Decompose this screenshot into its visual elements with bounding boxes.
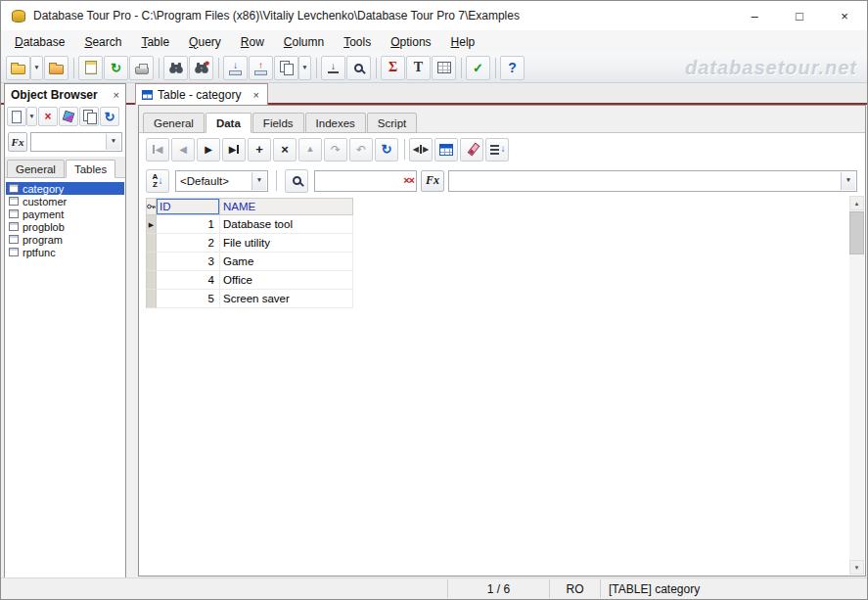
export-button[interactable]: ↑: [249, 56, 273, 80]
cell-name[interactable]: Office: [220, 271, 353, 290]
menu-options[interactable]: Options: [381, 32, 440, 52]
open-database-button[interactable]: [6, 56, 30, 80]
cell-name[interactable]: Game: [220, 253, 353, 271]
combo-dropdown-button[interactable]: ▼: [841, 172, 855, 190]
blob-editor-button[interactable]: [460, 138, 483, 162]
vertical-scrollbar[interactable]: ▲ ▼: [849, 196, 864, 575]
tab-general[interactable]: General: [143, 113, 205, 133]
minimize-button[interactable]: –: [732, 1, 777, 30]
menu-database[interactable]: Database: [5, 32, 74, 52]
fit-columns-button[interactable]: ◀▶: [409, 138, 433, 162]
menu-tools[interactable]: Tools: [334, 32, 381, 52]
copy-button[interactable]: [274, 56, 298, 80]
new-object-button[interactable]: [7, 107, 26, 126]
tab-data[interactable]: Data: [206, 113, 251, 133]
table-row[interactable]: 5 Screen saver: [146, 290, 353, 308]
insert-record-button[interactable]: +: [248, 138, 271, 162]
cell-name[interactable]: File utility: [220, 234, 353, 253]
menu-column[interactable]: Column: [274, 32, 334, 52]
find-button[interactable]: [163, 56, 188, 80]
table-row[interactable]: 4 Office: [146, 271, 353, 290]
list-item-rptfunc[interactable]: rptfunc: [6, 246, 124, 258]
open-database-dropdown[interactable]: ▼: [30, 56, 43, 80]
tab-fields[interactable]: Fields: [252, 113, 304, 133]
open-file-button[interactable]: [44, 56, 69, 80]
table-row[interactable]: 3 Game: [146, 253, 353, 271]
menu-table[interactable]: Table: [131, 32, 179, 52]
scroll-thumb[interactable]: [849, 211, 864, 254]
tab-general[interactable]: General: [7, 160, 65, 178]
list-item-payment[interactable]: payment: [6, 208, 124, 220]
document-tab-table-category[interactable]: Table - category ×: [135, 83, 268, 105]
import-button[interactable]: ↓: [223, 56, 248, 80]
cell-id[interactable]: 4: [157, 271, 220, 290]
column-header-id[interactable]: ID: [157, 198, 220, 215]
delete-record-button[interactable]: ×: [273, 138, 297, 162]
find-next-button[interactable]: [189, 56, 213, 80]
prior-record-button[interactable]: ◀: [171, 138, 195, 162]
post-button[interactable]: ↷: [324, 138, 347, 162]
next-record-button[interactable]: ▶: [197, 138, 220, 162]
cell-name[interactable]: Screen saver: [220, 290, 353, 308]
document-tab-close-icon[interactable]: ×: [251, 89, 261, 101]
text-mode-button[interactable]: T: [406, 56, 431, 80]
scroll-down-button[interactable]: ▼: [849, 560, 864, 575]
list-item-customer[interactable]: customer: [6, 195, 124, 208]
cell-name[interactable]: Database tool: [220, 215, 353, 234]
cancel-button[interactable]: ↶: [349, 138, 373, 162]
title-bar[interactable]: Database Tour Pro - C:\Program Files (x8…: [1, 1, 867, 30]
scroll-up-button[interactable]: ▲: [849, 196, 864, 210]
table-row[interactable]: 2 File utility: [146, 234, 353, 253]
filter-combobox[interactable]: ▼: [448, 170, 857, 192]
preview-button[interactable]: [346, 56, 371, 80]
cell-id[interactable]: 2: [157, 234, 220, 253]
cell-id[interactable]: 1: [157, 215, 220, 234]
column-header-name[interactable]: NAME: [220, 198, 353, 215]
object-filter-combobox[interactable]: ▼: [30, 132, 122, 152]
tab-tables[interactable]: Tables: [66, 160, 115, 178]
combo-dropdown-button[interactable]: ▼: [251, 172, 266, 190]
list-item-category[interactable]: category: [6, 182, 124, 195]
sort-az-button[interactable]: AZ ↓: [146, 169, 169, 193]
help-button[interactable]: ?: [500, 56, 525, 80]
table-row[interactable]: ▶ 1 Database tool: [146, 215, 353, 234]
memo-grid-button[interactable]: [432, 56, 456, 80]
sort-order-combobox[interactable]: <Default> ▼: [175, 170, 268, 192]
check-data-button[interactable]: ✓: [466, 56, 490, 80]
cell-id[interactable]: 3: [157, 253, 220, 271]
object-browser-close-icon[interactable]: ×: [112, 89, 121, 101]
edit-record-button[interactable]: ▲: [298, 138, 322, 162]
reopen-button[interactable]: ↻: [104, 56, 128, 80]
grid-settings-button[interactable]: [434, 138, 458, 162]
copy-dropdown[interactable]: ▼: [298, 56, 311, 80]
maximize-button[interactable]: □: [777, 1, 822, 30]
combo-dropdown-button[interactable]: ▼: [106, 134, 120, 150]
load-from-file-button[interactable]: ↓: [321, 56, 345, 80]
object-filter-button[interactable]: Fx: [8, 132, 27, 152]
print-button[interactable]: [129, 56, 154, 80]
cell-id[interactable]: 5: [157, 290, 220, 308]
menu-query[interactable]: Query: [179, 32, 231, 52]
tab-indexes[interactable]: Indexes: [305, 113, 366, 133]
list-item-progblob[interactable]: progblob: [6, 220, 124, 233]
refresh-objects-button[interactable]: ↻: [100, 107, 119, 126]
menu-search[interactable]: Search: [74, 32, 131, 52]
clear-search-icon[interactable]: ××: [403, 175, 414, 186]
refresh-records-button[interactable]: ↻: [375, 138, 398, 162]
list-item-program[interactable]: program: [6, 233, 124, 246]
locate-button[interactable]: [285, 169, 308, 193]
delete-object-button[interactable]: ×: [38, 107, 58, 126]
first-record-button[interactable]: ◀: [146, 138, 169, 162]
report-button[interactable]: [78, 56, 103, 80]
new-object-dropdown[interactable]: ▼: [26, 107, 37, 126]
last-record-button[interactable]: ▶: [222, 138, 246, 162]
copy-object-button[interactable]: [79, 107, 99, 126]
close-button[interactable]: ×: [822, 1, 867, 30]
aggregate-button[interactable]: Σ: [381, 56, 405, 80]
tab-script[interactable]: Script: [367, 113, 417, 133]
menu-help[interactable]: Help: [441, 32, 485, 52]
menu-row[interactable]: Row: [231, 32, 274, 52]
object-browser-tab[interactable]: Object Browser ×: [4, 83, 126, 105]
sort-records-button[interactable]: [485, 138, 509, 162]
database-window-button[interactable]: [59, 107, 78, 126]
